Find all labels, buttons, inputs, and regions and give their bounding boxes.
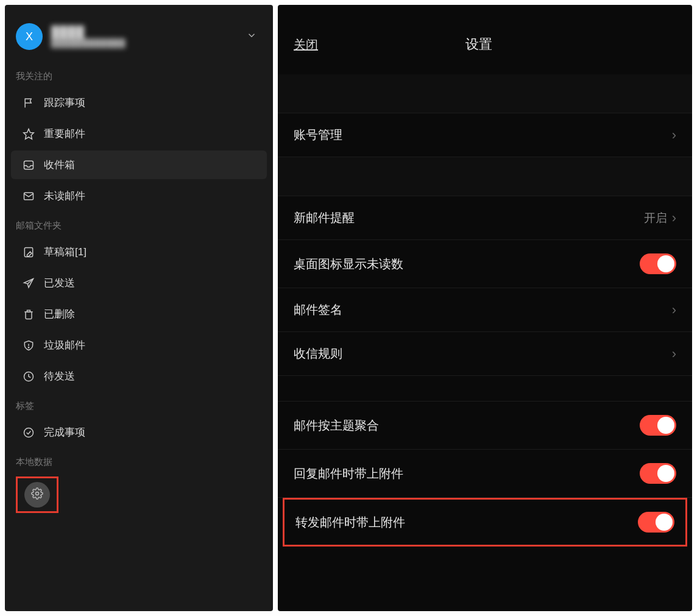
settings-button[interactable] [24,482,50,508]
sidebar-item-unread[interactable]: 未读邮件 [11,182,267,210]
flag-icon [22,96,35,110]
faded-section-placeholder [278,157,692,196]
draft-icon [22,246,35,259]
section-tags: 标签 [5,392,273,417]
sidebar-item-drafts[interactable]: 草稿箱[1] [11,238,267,266]
row-label: 桌面图标显示未读数 [294,256,640,272]
chevron-down-icon[interactable] [246,30,257,44]
chevron-right-icon: › [672,346,676,362]
row-value-text: 开启 [644,210,667,226]
star-icon [22,127,35,141]
sidebar-item-inbox[interactable]: 收件箱 [11,150,267,179]
sidebar-item-label: 草稿箱[1] [44,245,87,259]
row-label: 邮件签名 [294,302,667,318]
settings-highlight [16,476,58,513]
section-local: 本地数据 [5,448,273,473]
sidebar-item-done[interactable]: 完成事项 [11,418,267,447]
row-value: 开启 › [644,210,676,226]
sidebar-item-label: 完成事项 [44,425,85,439]
inbox-icon [22,158,35,172]
row-signature[interactable]: 邮件签名 › [278,288,692,332]
send-icon [22,277,35,290]
sidebar-item-label: 未读邮件 [44,189,85,203]
chevron-right-icon: › [672,302,676,318]
row-account-mgmt[interactable]: 账号管理 › [278,113,692,157]
row-label: 转发邮件时带上附件 [295,514,638,531]
spacer [278,376,692,402]
toggle-switch[interactable] [640,253,676,274]
settings-panel: 关闭 设置 账号管理 › 新邮件提醒 开启 › 桌面图标显示未读数 邮件签名 ›… [278,5,692,611]
row-group-by-subject[interactable]: 邮件按主题聚合 [278,402,692,450]
sidebar-panel: X ████ ████████████ 我关注的 跟踪事项 重要邮件 收件箱 未… [5,5,273,611]
clock-icon [22,370,35,383]
chevron-right-icon: › [672,127,676,143]
trash-icon [22,308,35,321]
section-folders: 邮箱文件夹 [5,211,273,236]
sidebar-item-deleted[interactable]: 已删除 [11,300,267,328]
toggle-switch[interactable] [640,463,676,484]
svg-point-4 [28,347,29,347]
row-new-mail-alert[interactable]: 新邮件提醒 开启 › [278,196,692,240]
sidebar-item-outbox[interactable]: 待发送 [11,362,267,391]
row-label: 新邮件提醒 [294,210,644,226]
section-follow: 我关注的 [5,62,273,87]
check-circle-icon [22,426,35,439]
svg-rect-1 [24,161,34,169]
chevron-right-icon: › [672,210,676,226]
sidebar-item-label: 待发送 [44,369,75,383]
account-header[interactable]: X ████ ████████████ [5,17,273,62]
sidebar-item-label: 重要邮件 [44,127,85,141]
avatar: X [16,23,43,50]
sidebar-item-track[interactable]: 跟踪事项 [11,88,267,117]
sidebar-item-label: 已发送 [44,276,75,290]
gear-icon [31,487,43,502]
sidebar-item-label: 已删除 [44,307,75,321]
row-receive-rules[interactable]: 收信规则 › [278,332,692,376]
faded-section-placeholder [278,74,692,113]
svg-marker-0 [24,129,34,139]
svg-point-6 [24,428,34,437]
row-forward-with-attach[interactable]: 转发邮件时带上附件 [283,498,687,547]
row-label: 账号管理 [294,127,667,143]
svg-point-7 [36,492,39,495]
sidebar-item-label: 跟踪事项 [44,96,85,110]
settings-title: 设置 [281,35,676,54]
row-reply-with-attach[interactable]: 回复邮件时带上附件 [278,450,692,498]
sidebar-item-spam[interactable]: 垃圾邮件 [11,331,267,359]
envelope-icon [22,189,35,203]
svg-rect-3 [24,247,32,257]
row-badge-unread[interactable]: 桌面图标显示未读数 [278,240,692,288]
settings-list: 账号管理 › 新邮件提醒 开启 › 桌面图标显示未读数 邮件签名 › 收信规则 … [278,74,692,611]
sidebar-item-sent[interactable]: 已发送 [11,269,267,297]
row-label: 邮件按主题聚合 [294,417,640,434]
account-info-blurred: ████ ████████████ [51,26,246,48]
row-label: 收信规则 [294,345,667,362]
toggle-switch[interactable] [640,415,676,436]
row-label: 回复邮件时带上附件 [294,466,640,482]
shield-alert-icon [22,339,35,352]
sidebar-item-label: 收件箱 [44,158,75,172]
toggle-switch[interactable] [638,512,674,533]
sidebar-item-label: 垃圾邮件 [44,338,85,352]
settings-header: 关闭 设置 [278,23,692,74]
sidebar-item-important[interactable]: 重要邮件 [11,119,267,148]
